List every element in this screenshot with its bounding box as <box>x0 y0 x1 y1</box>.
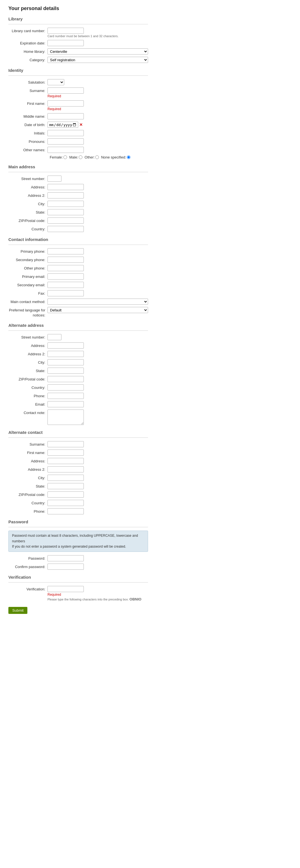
first-name-input[interactable] <box>47 100 84 106</box>
alt-address-input[interactable] <box>47 342 84 349</box>
altc-zip-label: ZIP/Postal code: <box>8 491 47 497</box>
verification-input[interactable] <box>47 586 84 592</box>
gender-male-radio[interactable] <box>79 155 82 159</box>
altc-first-name-wrap <box>47 450 148 456</box>
alt-street-number-row: Street number: <box>8 334 148 340</box>
home-library-wrap: Centerville <box>47 49 148 55</box>
alt-street-number-input[interactable] <box>47 334 62 340</box>
dob-label: Date of birth: <box>8 122 47 127</box>
section-verification-heading: Verification <box>8 575 148 580</box>
gender-other-radio[interactable] <box>95 155 99 159</box>
library-card-number-input[interactable] <box>47 28 84 34</box>
salutation-select[interactable] <box>47 79 64 85</box>
primary-phone-row: Primary phone: <box>8 248 148 254</box>
section-divider <box>8 24 148 24</box>
other-names-input[interactable] <box>47 147 84 153</box>
password-wrap <box>47 555 148 561</box>
alt-state-input[interactable] <box>47 368 84 374</box>
surname-label: Surname: <box>8 88 47 93</box>
secondary-email-input[interactable] <box>47 282 84 288</box>
main-contact-method-select[interactable] <box>47 299 148 305</box>
dob-input[interactable] <box>47 122 78 128</box>
alt-country-row: Country: <box>8 384 148 391</box>
preferred-language-select[interactable]: Default <box>47 307 148 313</box>
primary-phone-input[interactable] <box>47 248 84 254</box>
other-phone-input[interactable] <box>47 265 84 271</box>
primary-email-row: Primary email: <box>8 273 148 280</box>
alt-email-input[interactable] <box>47 401 84 407</box>
main-contact-method-row: Main contact method: <box>8 299 148 305</box>
section-alt-address-heading: Alternate address <box>8 323 148 328</box>
altc-address2-input[interactable] <box>47 466 84 472</box>
primary-email-input[interactable] <box>47 273 84 280</box>
gender-none-radio[interactable] <box>127 155 130 159</box>
password-input[interactable] <box>47 555 84 561</box>
altc-city-wrap <box>47 475 148 481</box>
section-divider-alt-contact <box>8 437 148 438</box>
surname-input[interactable] <box>47 88 84 94</box>
confirm-password-input[interactable] <box>47 564 84 570</box>
alt-phone-row: Phone: <box>8 393 148 399</box>
clear-date-icon[interactable]: ✕ <box>79 122 83 127</box>
section-alt-contact-heading: Alternate contact <box>8 430 148 435</box>
surname-required: Required <box>47 94 148 98</box>
primary-phone-label: Primary phone: <box>8 248 47 254</box>
library-card-number-wrap: Card number must be between 1 and 32 cha… <box>47 28 148 38</box>
altc-address2-label: Address 2: <box>8 466 47 472</box>
main-street-number-input[interactable] <box>47 176 62 182</box>
home-library-select[interactable]: Centerville <box>47 49 148 55</box>
altc-surname-input[interactable] <box>47 441 84 447</box>
alt-city-row: City: <box>8 359 148 365</box>
alt-address2-input[interactable] <box>47 351 84 357</box>
alt-state-wrap <box>47 368 148 374</box>
secondary-phone-wrap <box>47 257 148 263</box>
category-select[interactable]: Self registration <box>47 57 148 63</box>
alt-contact-note-label: Contact note: <box>8 409 47 415</box>
dob-row: Date of birth: ✕ <box>8 122 148 128</box>
alt-address2-row: Address 2: <box>8 351 148 357</box>
password-label: Password: <box>8 555 47 561</box>
alt-email-wrap <box>47 401 148 407</box>
gender-female-radio[interactable] <box>63 155 67 159</box>
main-state-input[interactable] <box>47 209 84 215</box>
main-country-input[interactable] <box>47 226 84 232</box>
main-address-input[interactable] <box>47 184 84 190</box>
altc-phone-input[interactable] <box>47 508 84 515</box>
main-city-row: City: <box>8 201 148 207</box>
salutation-row: Salutation: <box>8 79 148 85</box>
main-state-label: State: <box>8 209 47 215</box>
main-contact-method-label: Main contact method: <box>8 299 47 304</box>
alt-zip-input[interactable] <box>47 376 84 382</box>
middle-name-input[interactable] <box>47 113 84 119</box>
main-zip-label: ZIP/Postal code: <box>8 217 47 223</box>
main-city-input[interactable] <box>47 201 84 207</box>
altc-city-input[interactable] <box>47 475 84 481</box>
altc-country-label: Country: <box>8 500 47 506</box>
altc-zip-input[interactable] <box>47 491 84 498</box>
main-address2-label: Address 2: <box>8 192 47 198</box>
submit-button[interactable]: Submit <box>8 607 27 614</box>
alt-contact-note-input[interactable] <box>47 409 84 425</box>
category-label: Category: <box>8 57 47 63</box>
alt-address-wrap <box>47 342 148 349</box>
main-street-number-row: Street number: <box>8 176 148 182</box>
alt-city-input[interactable] <box>47 359 84 365</box>
alt-country-input[interactable] <box>47 384 84 391</box>
fax-input[interactable] <box>47 290 84 296</box>
password-row: Password: <box>8 555 148 561</box>
section-divider-password <box>8 527 148 527</box>
secondary-email-label: Secondary email: <box>8 282 47 288</box>
alt-phone-input[interactable] <box>47 393 84 399</box>
altc-address-row: Address: <box>8 458 148 464</box>
altc-country-input[interactable] <box>47 500 84 506</box>
pronouns-input[interactable] <box>47 138 84 145</box>
main-address2-input[interactable] <box>47 192 84 198</box>
main-zip-input[interactable] <box>47 217 84 224</box>
expiration-date-input[interactable] <box>47 40 84 46</box>
secondary-phone-input[interactable] <box>47 257 84 263</box>
main-street-number-wrap <box>47 176 148 182</box>
altc-state-input[interactable] <box>47 483 84 489</box>
altc-first-name-input[interactable] <box>47 450 84 456</box>
initials-input[interactable] <box>47 130 84 136</box>
altc-address-input[interactable] <box>47 458 84 464</box>
